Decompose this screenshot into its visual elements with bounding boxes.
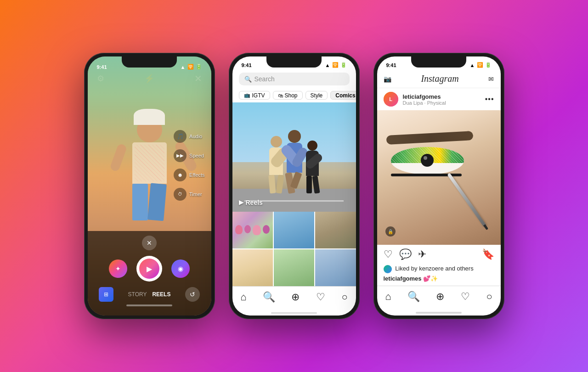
- caption-text: 💕✨: [423, 275, 438, 282]
- post-actions-left: ♡ 💬 ✈: [384, 248, 426, 260]
- filter-button-1[interactable]: ✦: [109, 259, 127, 278]
- signal-icon-2: ▲: [325, 62, 330, 68]
- thumb-piggyback[interactable]: [274, 212, 314, 248]
- style-label: Style: [311, 92, 323, 99]
- camera-mode-selector: STORY REELS: [128, 291, 171, 298]
- liker-avatar: [384, 265, 392, 273]
- comment-button[interactable]: 💬: [399, 248, 412, 260]
- comics-label: Comics: [335, 92, 355, 99]
- user-avatar[interactable]: L: [384, 92, 398, 107]
- post-actions: ♡ 💬 ✈ 🔖: [377, 245, 501, 264]
- user-details: leticiafgomes Dua Lipa · Physical: [403, 93, 446, 106]
- effects-control[interactable]: ☻ Effects: [174, 169, 204, 181]
- post-more-options[interactable]: •••: [485, 95, 494, 103]
- phone-camera: 9:41 ▲ 🛜 🔋 ⚙ ⚡ ✕: [84, 53, 215, 319]
- search-icon: 🔍: [244, 76, 252, 83]
- thumb-outdoor[interactable]: [274, 249, 314, 286]
- thumb-street[interactable]: [315, 212, 356, 248]
- nav-heart-2[interactable]: ♡: [316, 291, 325, 303]
- instagram-logo: Instagram: [421, 73, 458, 84]
- phone-notch-2: [266, 56, 322, 68]
- battery-icon-2: 🔋: [340, 62, 347, 68]
- delete-clip-button[interactable]: ✕: [142, 236, 157, 250]
- explore-grid: [232, 212, 356, 286]
- save-button[interactable]: 🔖: [482, 248, 494, 260]
- search-header: 🔍 Search: [232, 70, 356, 88]
- story-mode[interactable]: STORY: [128, 291, 147, 298]
- search-bar[interactable]: 🔍 Search: [239, 73, 350, 85]
- phone-notch-3: [411, 56, 466, 68]
- camera-header-icon[interactable]: 📷: [384, 75, 391, 83]
- nav-home-3[interactable]: ⌂: [385, 291, 391, 303]
- wifi-icon-1: 🛜: [187, 64, 194, 70]
- reels-mode[interactable]: REELS: [152, 291, 170, 298]
- timer-control[interactable]: ⏱ Timer: [174, 188, 204, 201]
- caption-username[interactable]: leticiafgomes: [384, 275, 422, 282]
- post-image: 🔒: [377, 110, 501, 245]
- home-indicator-2: [271, 312, 317, 314]
- filter-tags-row: 📺 IGTV 🛍 Shop Style Comics TV & Movi…: [232, 88, 356, 102]
- dancer-1: [269, 136, 283, 193]
- speed-control[interactable]: ▶▶ Speed: [174, 149, 204, 162]
- reels-icon: ▶: [239, 199, 243, 206]
- reels-preview: ▶ Reels: [232, 102, 356, 212]
- igtv-label: IGTV: [252, 92, 265, 99]
- likes-text: Liked by kenzoere and others: [395, 265, 474, 272]
- status-time-3: 9:41: [386, 62, 396, 68]
- igtv-icon: 📺: [244, 92, 250, 98]
- wifi-icon-3: 🛜: [477, 62, 483, 68]
- like-button[interactable]: ♡: [384, 248, 393, 260]
- status-icons-1: ▲ 🛜 🔋: [181, 64, 202, 70]
- post-user-info: L leticiafgomes Dua Lipa · Physical: [384, 92, 446, 107]
- shutter-row: ✦ ▶ ◉: [95, 254, 204, 283]
- nav-add-3[interactable]: ⊕: [436, 291, 444, 303]
- shop-label: Shop: [285, 92, 298, 99]
- dancer-2: [287, 130, 302, 193]
- camera-nav-row: ⊞ STORY REELS ↺: [95, 287, 204, 302]
- post-caption: leticiafgomes 💕✨: [377, 274, 501, 286]
- direct-message-icon[interactable]: ✉: [488, 75, 494, 83]
- filter-tag-comics[interactable]: Comics: [330, 91, 356, 100]
- filter-tag-igtv[interactable]: 📺 IGTV: [239, 91, 270, 100]
- nav-search-3[interactable]: 🔍: [407, 291, 420, 303]
- camera-bottom-controls: ✕ ✦ ▶ ◉: [88, 231, 211, 316]
- gallery-button[interactable]: ⊞: [99, 287, 113, 302]
- share-button[interactable]: ✈: [418, 248, 426, 260]
- nav-heart-3[interactable]: ♡: [461, 291, 470, 303]
- camera-right-controls: 🎵 Audio ▶▶ Speed ☻ Effects ⏱ Timer: [174, 130, 204, 201]
- bottom-nav-2: ⌂ 🔍 ⊕ ♡ ○: [232, 286, 356, 310]
- home-indicator-1: [126, 304, 172, 306]
- post-header: L leticiafgomes Dua Lipa · Physical •••: [377, 88, 501, 110]
- post-likes: Liked by kenzoere and others: [377, 264, 501, 274]
- battery-icon-3: 🔋: [485, 62, 492, 68]
- status-icons-3: ▲ 🛜 🔋: [470, 62, 492, 68]
- post-username[interactable]: leticiafgomes: [403, 93, 446, 100]
- battery-icon-1: 🔋: [196, 64, 202, 70]
- status-bar-1: 9:41 ▲ 🛜 🔋: [88, 60, 211, 72]
- dancer-3: [306, 141, 319, 193]
- wifi-icon-2: 🛜: [332, 62, 339, 68]
- signal-icon-1: ▲: [181, 64, 186, 70]
- phone-post: 9:41 ▲ 🛜 🔋 📷 Instagram ✉ L leticiafgomes…: [373, 53, 504, 319]
- thumb-6[interactable]: [315, 249, 356, 286]
- phone-explore: 9:41 ▲ 🛜 🔋 🔍 Search 📺 IGTV 🛍 Shop: [229, 53, 360, 319]
- record-button[interactable]: ▶: [136, 256, 162, 282]
- instagram-header: 📷 Instagram ✉: [377, 70, 501, 88]
- nav-search-2[interactable]: 🔍: [263, 291, 275, 303]
- nav-profile-3[interactable]: ○: [486, 291, 492, 303]
- nav-add-2[interactable]: ⊕: [291, 291, 300, 303]
- reels-label: ▶ Reels: [239, 199, 263, 206]
- flip-camera-button[interactable]: ↺: [185, 287, 200, 302]
- post-subtitle: Dua Lipa · Physical: [403, 100, 446, 106]
- filter-button-2[interactable]: ◉: [171, 259, 190, 278]
- thumb-flowers[interactable]: [232, 212, 273, 248]
- nav-home-2[interactable]: ⌂: [240, 291, 246, 303]
- filter-tag-style[interactable]: Style: [305, 91, 328, 100]
- nav-profile-2[interactable]: ○: [341, 291, 347, 303]
- audio-control[interactable]: 🎵 Audio: [174, 130, 204, 143]
- filter-tag-shop[interactable]: 🛍 Shop: [273, 91, 303, 100]
- thumb-hand[interactable]: [232, 249, 273, 286]
- status-time-2: 9:41: [242, 62, 252, 68]
- reels-text: Reels: [246, 199, 263, 206]
- signal-icon-3: ▲: [470, 62, 475, 68]
